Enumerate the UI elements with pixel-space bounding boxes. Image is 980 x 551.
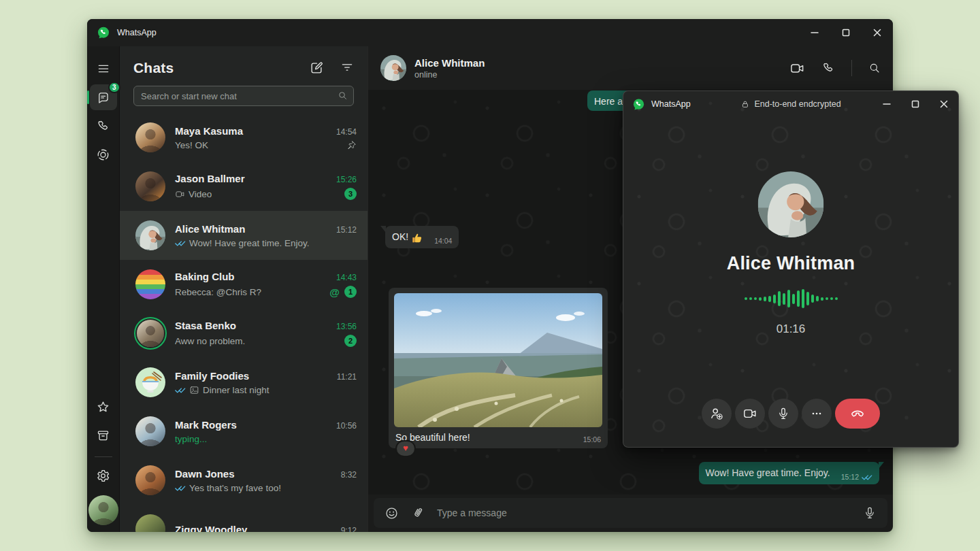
mic-button[interactable] [863,506,877,520]
chat-list-item-alice[interactable]: Alice Whitman 15:12 Wow! Have great time… [120,211,368,260]
nav-calls[interactable] [90,113,117,139]
message-text: Wow! Have great time. Enjoy. [706,467,830,480]
video-call-button[interactable] [789,61,805,76]
chat-time: 13:56 [336,322,357,331]
chat-list-item-ziggy[interactable]: Ziggy Woodley 9:12 [120,505,368,532]
profile-avatar[interactable] [88,495,118,525]
phone-icon [96,119,110,133]
call-duration: 01:16 [623,322,958,336]
close-button[interactable] [862,19,893,46]
whatsapp-logo-icon [632,98,645,111]
contact-name: Alice Whitman [175,223,245,235]
gear-icon [96,469,110,483]
nav-chats[interactable]: 3 [90,84,117,110]
avatar [135,416,165,446]
message-time: 14:04 [434,236,452,246]
message-incoming-photo[interactable]: So beautiful here! 15:06 ♥ [389,288,608,448]
avatar [135,269,165,299]
voice-call-button[interactable] [821,61,835,75]
call-contact-avatar [758,171,824,237]
contact-name: Baking Club [175,271,235,282]
maximize-button[interactable] [901,91,930,117]
message-input[interactable] [437,507,851,518]
chat-time: 10:56 [336,421,357,431]
chat-time: 14:43 [336,273,357,282]
filter-icon[interactable] [340,61,354,76]
chat-time: 15:26 [336,175,357,184]
whatsapp-logo-icon [97,26,110,39]
message-incoming-ok[interactable]: OK! 14:04 [385,226,459,248]
read-receipt-icon [175,386,186,394]
window-controls [799,19,893,46]
nav-rail: 3 [87,46,120,532]
contact-name: Family Foodies [175,370,249,382]
minimize-button[interactable] [872,91,901,117]
photo-attachment[interactable] [394,293,602,427]
window-title: WhatsApp [117,28,157,37]
search-icon [338,90,348,101]
call-controls [623,399,958,429]
bubble-tail [380,226,386,233]
avatar [135,465,165,495]
unread-badge: 1 [344,286,357,298]
chat-list-item-dawn[interactable]: Dawn Jones 8:32 Yes that's my fave too! [120,456,368,505]
chat-list-item-maya[interactable]: Maya Kasuma 14:54 Yes! OK [120,113,368,162]
chat-list-item-stasa[interactable]: Stasa Benko 13:56 Aww no problem. 2 [120,309,368,358]
heart-reaction[interactable]: ♥ [395,440,416,457]
unread-badge: 3 [344,188,357,200]
avatar [135,514,165,532]
mic-toggle-button[interactable] [768,399,798,429]
video-toggle-button[interactable] [735,399,765,429]
nav-starred[interactable] [90,394,117,420]
maximize-button[interactable] [830,19,862,46]
chat-time: 9:12 [341,526,357,533]
end-call-button[interactable] [835,399,880,429]
rail-divider [95,456,112,457]
status-ring-icon [96,148,110,162]
unread-badge: 2 [344,335,357,347]
nav-archived[interactable] [90,422,117,448]
close-button[interactable] [930,91,958,117]
search-input[interactable] [133,86,354,106]
nav-status[interactable] [90,141,117,167]
avatar-with-status-ring [137,320,164,347]
contact-info[interactable]: Alice Whitman online [414,57,485,80]
message-text: Here a [594,95,623,108]
pin-icon [346,140,357,150]
chat-preview: Wow! Have great time. Enjoy. [189,238,310,248]
minimize-button[interactable] [799,19,830,46]
new-chat-button[interactable] [309,61,324,76]
chat-bubble-icon [96,90,110,105]
nav-settings[interactable] [90,463,117,488]
call-window-title: WhatsApp [651,99,691,109]
emoji-button[interactable] [385,506,399,520]
search-in-chat-button[interactable] [868,62,881,74]
unread-total-badge: 3 [108,82,120,93]
chat-list-panel: Chats Maya Kasuma [120,46,368,532]
menu-button[interactable] [90,56,117,82]
message-outgoing-wow[interactable]: Wow! Have great time. Enjoy. 15:12 [699,462,879,484]
contact-avatar[interactable] [380,55,406,81]
chat-rows: Maya Kasuma 14:54 Yes! OK [120,113,368,532]
chat-list-item-family-foodies[interactable]: Family Foodies 11:21 Dinner last night [120,358,368,407]
more-options-button[interactable] [802,399,832,429]
desktop: WhatsApp 3 [0,0,980,551]
chat-list-item-jason[interactable]: Jason Ballmer 15:26 Video 3 [120,162,368,211]
attach-button[interactable] [411,506,425,520]
avatar [135,122,165,152]
chat-preview: Dinner last night [203,385,270,395]
message-time: 15:06 [583,435,601,444]
chat-preview: Rebecca: @Chris R? [175,287,261,297]
message-text: OK! [392,231,408,244]
chat-preview: Aww no problem. [175,336,245,346]
add-participant-button[interactable] [702,399,732,429]
main-titlebar: WhatsApp [87,19,893,46]
typing-indicator: typing... [175,434,207,444]
chats-title: Chats [133,60,174,76]
chat-list-item-mark[interactable]: Mark Rogers 10:56 typing... [120,407,368,456]
chat-list-item-baking-club[interactable]: Baking Club 14:43 Rebecca: @Chris R? @ 1 [120,260,368,309]
read-receipt-icon [862,473,872,481]
chat-time: 14:54 [336,127,357,137]
avatar [135,171,165,201]
chat-preview: Video [189,189,212,199]
